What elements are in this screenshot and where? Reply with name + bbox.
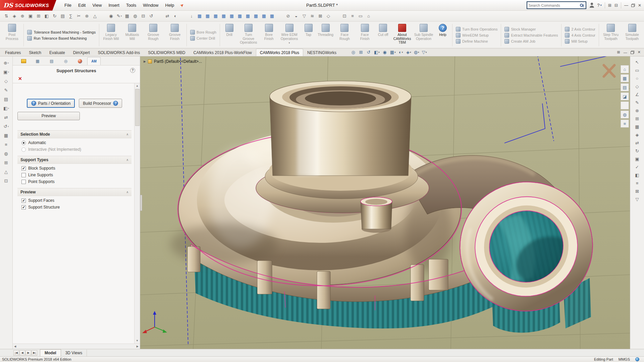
table-tab[interactable]: ▦ [31, 57, 44, 65]
toolbar-separator[interactable] [180, 12, 187, 20]
grid-icon[interactable]: ⊞ [635, 116, 639, 121]
front-boss[interactable] [361, 197, 392, 233]
build-processor-button[interactable]: Build Processor ? [79, 99, 122, 108]
run-tbm-button[interactable]: Run Tolerance Based Machining [27, 36, 96, 41]
angle-icon[interactable]: ∠ [635, 92, 639, 97]
parts-orientation-button[interactable]: ? Parts / Orientation [27, 99, 75, 108]
swap-icon[interactable]: ⇄ [4, 115, 8, 120]
checkbox-line-supports[interactable]: Line Supports [17, 171, 131, 177]
extract-machinable-features-button[interactable]: Extract Machinable Features [504, 33, 558, 38]
design-library-icon[interactable]: ▦ [621, 74, 629, 82]
mirror-icon[interactable]: △ [91, 12, 99, 20]
panel-scrollbar[interactable]: ▲ ▼ [134, 83, 140, 344]
table-icon[interactable]: ▤ [59, 12, 67, 20]
panel-hscrollbar[interactable]: ◀ ▶ [13, 344, 140, 349]
swap-icon[interactable]: ⇄ [635, 140, 639, 145]
checkbox[interactable]: ✓ [21, 166, 26, 171]
two-axis-contour-button[interactable]: 2 Axis Contour [565, 27, 595, 32]
bore-rough-button[interactable]: Bore Rough [190, 30, 216, 35]
define-machine-button[interactable]: Define Machine [456, 39, 497, 44]
pane-toggle-icon[interactable]: ⊞ [617, 50, 620, 54]
insert-icon[interactable]: ⊕▾ [4, 60, 9, 65]
hide-show-items-icon[interactable]: ◈▾ [405, 49, 412, 56]
menu-item[interactable]: Edit [75, 0, 89, 10]
tab-sketch[interactable]: Sketch [25, 49, 45, 56]
globe-icon[interactable] [635, 357, 639, 361]
pointer-icon[interactable]: ↖ [635, 60, 639, 65]
sphere-icon[interactable]: ◍ [131, 12, 139, 20]
step-thru-toolpath-button[interactable]: Step Thru Toolpath [600, 22, 622, 44]
graphics-viewport[interactable]: ▶ Part5 (Default<<Default>... ⌂▦▤◪◍≡ [140, 56, 630, 349]
down-triangle-icon[interactable]: ▽ [301, 12, 308, 20]
home-icon[interactable]: ⌂ [621, 65, 629, 73]
menu-item[interactable]: Help [162, 0, 178, 10]
rotate-icon[interactable]: ↺▾ [4, 124, 9, 129]
face-rough-button[interactable]: Face Rough [334, 22, 355, 44]
feature-breadcrumb[interactable]: ▶ Part5 (Default<<Default>... [144, 59, 202, 64]
section-icon[interactable]: ◧ [43, 12, 51, 20]
breadcrumb-text[interactable]: Part5 (Default<<Default>... [154, 59, 202, 64]
prev-tab-icon[interactable]: ◀ [19, 350, 25, 356]
magnify-icon[interactable]: ◉ [381, 49, 388, 56]
close-box-icon[interactable]: ⊠ [317, 12, 324, 20]
help-button[interactable]: ?Help [434, 22, 451, 41]
simulate-toolpath-button[interactable]: Simulate Toolpath [622, 22, 643, 44]
help-menu[interactable]: ?▾ [597, 3, 602, 8]
3d-scene[interactable] [140, 56, 630, 349]
setup-cube-icon[interactable]: ▦ [252, 12, 260, 20]
insert-icon[interactable]: ⊕ [19, 12, 26, 20]
bore-finish-button[interactable]: Bore Finish [259, 22, 279, 44]
scroll-down-icon[interactable]: ▼ [136, 339, 139, 343]
menu-icon[interactable]: ≡ [5, 142, 8, 147]
dot-box-icon[interactable]: ⊡ [4, 178, 8, 183]
setup-cube-icon[interactable]: ▦ [236, 12, 244, 20]
zoom-fit-icon[interactable]: ◎ [350, 49, 357, 56]
appearance-icon[interactable]: ◍▾ [413, 49, 420, 56]
lower-half-icon[interactable]: ◒ [292, 12, 300, 20]
tab-camworks-workflow[interactable]: CAMWorks 2018 Plus-WorkFlow [190, 49, 256, 56]
3d-views-tab[interactable]: 3D Views [61, 350, 87, 356]
tab-solidworks-add-ins[interactable]: SOLIDWORKS Add-Ins [94, 49, 144, 56]
setup-cube-icon[interactable]: ▦ [244, 12, 252, 20]
tap-button[interactable]: Tap [300, 22, 317, 41]
scene-icon[interactable]: ◍ [621, 110, 629, 119]
menu-item[interactable]: Insert [105, 0, 123, 10]
zoom-area-icon[interactable]: ⊞ [358, 49, 365, 56]
setup-cube-icon[interactable]: ▦ [204, 12, 212, 20]
radio-automatic[interactable]: Automatic [17, 138, 131, 145]
mill-setup-button[interactable]: Mill Setup [565, 39, 595, 44]
document-restore-icon[interactable] [631, 51, 634, 54]
checkbox[interactable] [21, 173, 26, 177]
import-icon[interactable]: ↓ [188, 12, 196, 20]
search-icon[interactable] [580, 4, 583, 7]
checkbox-point-supports[interactable]: Point Supports [17, 177, 131, 184]
equation-icon[interactable]: ∑ [67, 12, 75, 20]
setup-cube-icon[interactable]: ▦ [196, 12, 204, 20]
pattern-icon[interactable]: ◈ [636, 132, 639, 137]
expand-arrow-icon[interactable]: ▶ [144, 60, 146, 63]
sub-spindle-operation-button[interactable]: Sub Spindle Operation [413, 22, 434, 44]
scroll-left-icon[interactable]: ◀ [14, 345, 16, 349]
document-close-icon[interactable]: ✕ [638, 50, 641, 54]
view-palette-icon[interactable]: ◪ [621, 92, 629, 100]
panel-splitter[interactable] [140, 195, 142, 211]
mesh-icon[interactable]: ▦ [635, 124, 639, 129]
menu-item[interactable]: Tools [123, 0, 140, 10]
check-icon[interactable]: ✓ [635, 165, 639, 170]
close-icon[interactable]: ✕ [638, 3, 641, 8]
toolbar-separator[interactable] [333, 12, 340, 20]
box-icon[interactable]: ▣ [635, 156, 639, 162]
half-section-icon[interactable]: ◧ [635, 173, 639, 178]
prohibit-icon[interactable]: ⊘ [284, 12, 292, 20]
checkbox-support-structure[interactable]: ✓ Support Structure [17, 203, 131, 210]
four-axis-contour-button[interactable]: 4 Axis Contour [565, 33, 595, 38]
scrollbar-thumb[interactable] [135, 89, 140, 126]
redo-icon[interactable]: ↻ [635, 148, 639, 153]
units-selector[interactable]: MMGS [619, 357, 630, 361]
sort-icon[interactable]: ⇅ [3, 12, 10, 20]
drill-button[interactable]: Drill [221, 22, 238, 41]
tab-dimxpert[interactable]: DimXpert [69, 49, 94, 56]
grid-icon[interactable]: ⊞ [4, 160, 8, 165]
checkbox[interactable] [21, 180, 26, 184]
search-commands-box[interactable]: ▾ [527, 1, 586, 9]
